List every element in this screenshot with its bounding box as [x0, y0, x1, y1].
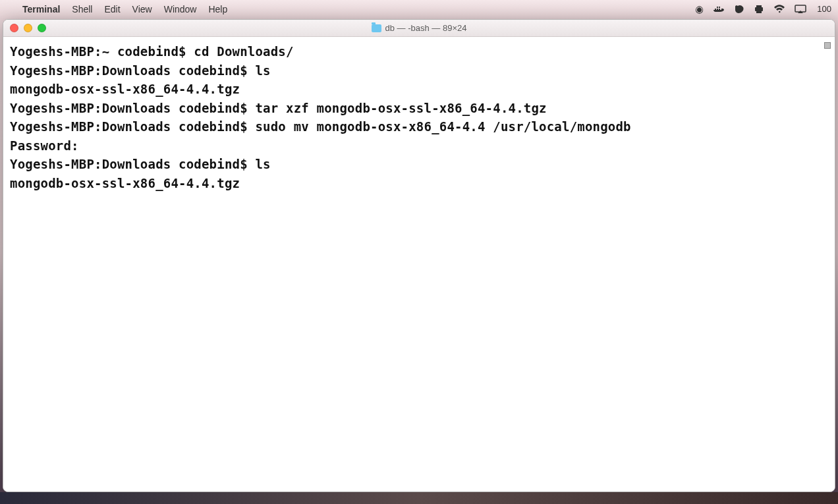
window-title: db — -bash — 89×24 — [385, 23, 467, 33]
window-title-group: db — -bash — 89×24 — [10, 23, 828, 33]
terminal-line: Yogeshs-MBP:Downloads codebind$ ls — [10, 61, 828, 80]
terminal-line: Yogeshs-MBP:Downloads codebind$ tar xzf … — [10, 99, 828, 118]
menu-app-name[interactable]: Terminal — [22, 4, 60, 14]
menu-view[interactable]: View — [132, 4, 152, 14]
terminal-window: db — -bash — 89×24 Yogeshs-MBP:~ codebin… — [3, 19, 835, 492]
terminal-line: mongodb-osx-ssl-x86_64-4.4.tgz — [10, 80, 828, 99]
scroll-indicator[interactable] — [824, 42, 831, 49]
terminal-line: Yogeshs-MBP:~ codebind$ cd Downloads/ — [10, 42, 828, 61]
folder-icon — [372, 24, 381, 32]
docker-icon[interactable] — [713, 5, 725, 14]
svg-rect-2 — [756, 11, 762, 13]
record-icon[interactable]: ◉ — [695, 3, 704, 15]
terminal-line: mongodb-osx-ssl-x86_64-4.4.tgz — [10, 174, 828, 193]
airplay-icon[interactable] — [795, 5, 806, 14]
terminal-body[interactable]: Yogeshs-MBP:~ codebind$ cd Downloads/ Yo… — [3, 37, 835, 491]
menu-edit[interactable]: Edit — [104, 4, 120, 14]
terminal-line: Password: — [10, 136, 828, 155]
menubar-left: Terminal Shell Edit View Window Help — [7, 4, 227, 14]
desktop-background-bottom — [0, 492, 838, 504]
menubar-right: ◉ 100 — [695, 3, 831, 15]
maximize-button[interactable] — [38, 24, 46, 32]
evernote-icon[interactable] — [734, 5, 744, 14]
terminal-line: Yogeshs-MBP:Downloads codebind$ ls — [10, 155, 828, 174]
battery-percent: 100 — [817, 4, 831, 14]
menu-shell[interactable]: Shell — [72, 4, 92, 14]
svg-rect-1 — [756, 5, 762, 7]
minimize-button[interactable] — [24, 24, 32, 32]
printer-icon[interactable] — [754, 5, 764, 14]
menu-window[interactable]: Window — [164, 4, 197, 14]
wifi-icon[interactable] — [773, 5, 785, 14]
close-button[interactable] — [10, 24, 18, 32]
macos-menubar: Terminal Shell Edit View Window Help ◉ 1… — [0, 0, 838, 18]
terminal-line: Yogeshs-MBP:Downloads codebind$ sudo mv … — [10, 117, 828, 136]
traffic-lights — [10, 24, 46, 32]
menu-help[interactable]: Help — [208, 4, 227, 14]
window-titlebar[interactable]: db — -bash — 89×24 — [3, 20, 835, 37]
